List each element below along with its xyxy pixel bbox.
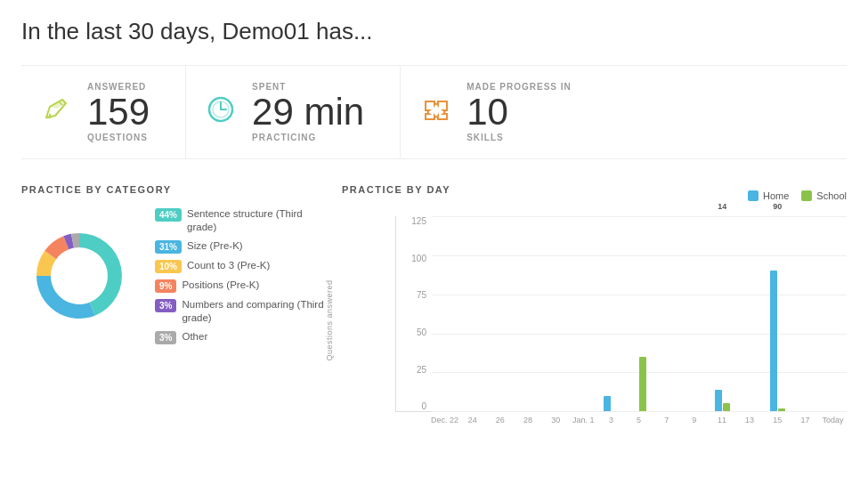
bar-label: 14 (718, 202, 726, 211)
y-label: 25 (417, 365, 426, 375)
legend-label: Sentence structure (Third grade) (187, 207, 324, 234)
clock-icon (204, 93, 238, 132)
x-label: 13 (736, 416, 764, 424)
chart-inner: 1251007550250 1490 (395, 216, 847, 412)
legend-badge: 3% (155, 299, 176, 312)
x-label: 28 (514, 416, 541, 424)
bar-group (736, 216, 764, 411)
donut-svg (21, 218, 137, 334)
page-title: In the last 30 days, Demo01 has... (21, 18, 847, 45)
bar-home (715, 390, 722, 412)
bar-school (723, 403, 730, 411)
category-section: PRACTICE BY CATEGORY 44% Sentence struct… (21, 184, 324, 424)
bottom-row: PRACTICE BY CATEGORY 44% Sentence struct… (21, 184, 847, 424)
bars-pair (764, 271, 791, 411)
x-label: 15 (764, 416, 791, 424)
legend-item: 31% Size (Pre-K) (155, 239, 324, 254)
legend-item: 10% Count to 3 (Pre-K) (155, 259, 324, 273)
chart-header: PRACTICE BY DAY Home School (342, 184, 847, 207)
x-label: 5 (625, 416, 653, 424)
y-axis-title: Questions answered (325, 280, 334, 361)
x-label: 17 (791, 416, 819, 424)
x-labels: Dec. 2224262830Jan. 1357911131517Today (395, 416, 847, 424)
bars-pair (597, 396, 625, 412)
x-label: 3 (597, 416, 625, 424)
chart-legend: Home School (748, 190, 847, 201)
bars-pair (625, 357, 653, 412)
donut-chart (21, 218, 137, 334)
stat-value-skills: 10 (466, 92, 572, 133)
legend-badge: 9% (155, 279, 176, 293)
bar-group: 90 (764, 216, 791, 411)
bar-group (791, 216, 819, 411)
pencil-icon (39, 93, 73, 132)
stat-sub-questions: QUESTIONS (87, 133, 150, 142)
stat-item-time: SPENT 29 min PRACTICING (186, 66, 401, 158)
y-label: 0 (421, 401, 426, 411)
bar-group (459, 216, 487, 411)
legend-label: Count to 3 (Pre-K) (187, 259, 270, 272)
x-label: 30 (542, 416, 570, 424)
legend-badge: 31% (155, 240, 182, 254)
x-label: 26 (486, 416, 514, 424)
x-label: 7 (653, 416, 680, 424)
bar-school (778, 408, 785, 412)
bar-home (770, 271, 777, 411)
category-title: PRACTICE BY CATEGORY (21, 184, 324, 195)
category-legend: 44% Sentence structure (Third grade) 31%… (155, 207, 324, 344)
y-label: 125 (411, 216, 426, 226)
legend-dot (748, 190, 758, 201)
category-content: 44% Sentence structure (Third grade) 31%… (21, 207, 324, 344)
y-label: 75 (417, 290, 426, 300)
bar-group (542, 216, 570, 411)
puzzle-icon (418, 93, 452, 132)
chart-legend-label: Home (763, 190, 789, 201)
bar-group (819, 216, 847, 411)
stat-text-skills: MADE PROGRESS IN 10 SKILLS (466, 82, 572, 142)
bars-pair (709, 390, 736, 412)
y-label: 50 (417, 327, 426, 337)
bar-group (625, 216, 653, 411)
bar-group (597, 216, 625, 411)
bar-home (604, 396, 611, 412)
stat-sub-skills: SKILLS (466, 133, 572, 142)
bar-group (653, 216, 681, 411)
x-label: 11 (708, 416, 735, 424)
legend-badge: 3% (155, 331, 176, 344)
legend-label: Other (182, 330, 207, 343)
chart-legend-item: School (801, 190, 847, 201)
bar-group (515, 216, 542, 411)
chart-legend-item: Home (748, 190, 789, 201)
bar-group (681, 216, 709, 411)
stats-row: ANSWERED 159 QUESTIONS SPENT 29 min PRAC… (21, 65, 847, 159)
legend-dot (801, 190, 812, 201)
x-label: Jan. 1 (570, 416, 597, 424)
legend-item: 3% Numbers and comparing (Third grade) (155, 298, 324, 325)
bar-group (570, 216, 597, 411)
gridline (432, 411, 847, 412)
bar-school (639, 357, 646, 412)
legend-label: Size (Pre-K) (187, 239, 243, 253)
legend-badge: 44% (155, 208, 182, 222)
legend-badge: 10% (155, 260, 182, 273)
y-axis: 1251007550250 (396, 216, 432, 411)
stat-item-questions: ANSWERED 159 QUESTIONS (21, 66, 186, 158)
x-label: Today (819, 416, 847, 424)
legend-item: 3% Other (155, 330, 324, 344)
legend-item: 44% Sentence structure (Third grade) (155, 207, 324, 234)
bars-container: 1490 (432, 216, 847, 411)
legend-label: Positions (Pre-K) (182, 279, 259, 292)
legend-item: 9% Positions (Pre-K) (155, 279, 324, 293)
chart-section: PRACTICE BY DAY Home School Questions an… (342, 184, 847, 424)
bar-group: 14 (709, 216, 736, 411)
stat-value-time: 29 min (252, 92, 364, 133)
stat-text-time: SPENT 29 min PRACTICING (252, 82, 364, 142)
bar-group (487, 216, 515, 411)
x-label: 9 (680, 416, 708, 424)
stat-text-questions: ANSWERED 159 QUESTIONS (87, 82, 150, 142)
x-label: Dec. 22 (431, 416, 458, 424)
x-label: 24 (458, 416, 486, 424)
chart-legend-label: School (816, 190, 847, 201)
bar-group (432, 216, 459, 411)
chart-wrapper: Questions answered 1251007550250 1490 De… (342, 216, 847, 424)
